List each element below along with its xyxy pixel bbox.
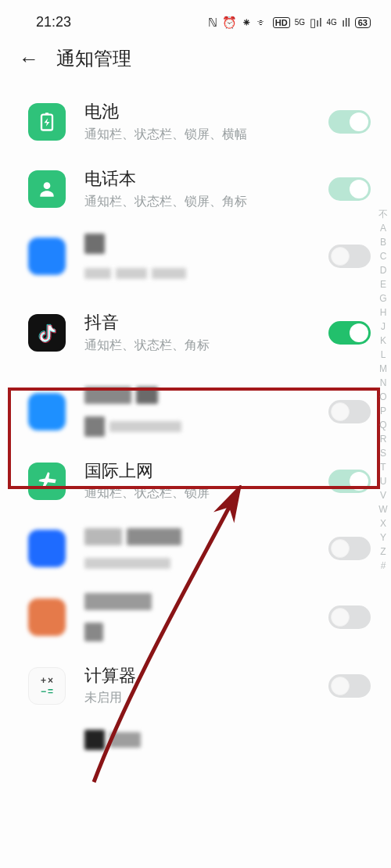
index-letter[interactable]: T: [380, 463, 386, 472]
index-letter[interactable]: N: [380, 378, 387, 388]
index-letter[interactable]: L: [381, 350, 386, 359]
blurred-app-icon: [28, 598, 66, 636]
status-icons: ℕ ⏰ ⁕ ᯤ HD 5G ▯ıl 4G ıll 63: [208, 16, 371, 30]
app-row-battery[interactable]: 电池 通知栏、状态栏、锁屏、横幅: [0, 88, 391, 155]
app-row-blurred[interactable]: [0, 582, 391, 652]
app-row-calc[interactable]: +× −= 计算器 未启用: [0, 652, 391, 720]
index-letter[interactable]: H: [380, 308, 387, 317]
toggle-blurred[interactable]: [328, 605, 371, 629]
app-desc: 未启用: [84, 690, 328, 706]
app-text: 国际上网 通知栏、状态栏、锁屏: [84, 460, 328, 502]
signal-5g-icon: 5G: [295, 18, 305, 27]
app-row-blurred[interactable]: [0, 223, 391, 290]
bluetooth-icon: ⁕: [242, 16, 252, 30]
index-letter[interactable]: C: [380, 252, 387, 261]
index-letter[interactable]: A: [380, 223, 386, 233]
index-letter[interactable]: B: [380, 238, 386, 247]
contacts-app-icon: [28, 170, 66, 208]
app-name: 电话本: [84, 168, 328, 191]
app-name: 计算器: [84, 665, 328, 688]
toggle-douyin[interactable]: [328, 321, 371, 345]
app-text-blurred: [84, 593, 328, 641]
index-letter[interactable]: X: [380, 519, 386, 528]
app-row-blurred[interactable]: [0, 720, 391, 766]
douyin-app-icon: [28, 314, 66, 352]
index-letter[interactable]: Y: [380, 533, 386, 542]
svg-rect-1: [45, 113, 49, 114]
hd-icon: HD: [273, 17, 290, 28]
signal-bars-icon-1: ▯ıl: [310, 16, 322, 30]
app-text-blurred: [84, 730, 371, 750]
toggle-blurred[interactable]: [328, 537, 371, 560]
index-letter[interactable]: 不: [378, 209, 388, 219]
app-name: 国际上网: [84, 460, 328, 483]
blurred-app-icon: [28, 238, 66, 275]
index-letter[interactable]: U: [380, 477, 387, 486]
calculator-app-icon: +× −=: [28, 667, 66, 705]
blurred-app-icon: [28, 530, 66, 567]
app-row-blurred[interactable]: [0, 376, 391, 448]
page-title: 通知管理: [56, 46, 131, 71]
app-desc: 通知栏、状态栏、锁屏: [84, 485, 328, 502]
app-text-blurred: [84, 528, 328, 569]
blurred-app-icon: [28, 393, 66, 430]
app-name: 电池: [84, 101, 328, 123]
status-time: 21:23: [36, 14, 71, 30]
index-letter[interactable]: P: [380, 406, 386, 416]
status-bar: 21:23 ℕ ⏰ ⁕ ᯤ HD 5G ▯ıl 4G ıll 63: [0, 8, 391, 41]
app-text: 电话本 通知栏、状态栏、锁屏、角标: [84, 168, 328, 210]
index-letter[interactable]: J: [381, 322, 386, 331]
index-letter[interactable]: S: [380, 448, 386, 458]
index-letter[interactable]: Z: [380, 547, 386, 556]
index-letter[interactable]: K: [380, 336, 386, 345]
index-letter[interactable]: R: [380, 434, 387, 444]
index-letter[interactable]: V: [380, 491, 386, 500]
signal-bars-icon-2: ıll: [342, 16, 350, 29]
app-list: 电池 通知栏、状态栏、锁屏、横幅 电话本 通知栏、状态栏、锁屏、角标: [0, 88, 391, 766]
index-letter[interactable]: E: [380, 280, 386, 289]
index-letter[interactable]: D: [380, 266, 387, 275]
svg-point-2: [44, 182, 51, 189]
app-text-blurred: [84, 234, 328, 279]
nfc-icon: ℕ: [208, 16, 217, 30]
index-letter[interactable]: O: [379, 392, 386, 402]
app-row-blurred[interactable]: [0, 515, 391, 582]
app-name: 抖音: [84, 312, 328, 334]
app-text-blurred: [84, 387, 328, 437]
wifi-icon: ᯤ: [256, 16, 268, 29]
battery-app-icon: [28, 103, 66, 141]
app-row-international[interactable]: 国际上网 通知栏、状态栏、锁屏: [0, 448, 391, 515]
back-button[interactable]: ←: [19, 48, 39, 69]
index-letter[interactable]: #: [381, 561, 386, 570]
app-desc: 通知栏、状态栏、锁屏、横幅: [84, 127, 328, 143]
app-text: 电池 通知栏、状态栏、锁屏、横幅: [84, 101, 328, 143]
toggle-international[interactable]: [328, 470, 371, 493]
toggle-calc[interactable]: [328, 674, 371, 698]
app-desc: 通知栏、状态栏、角标: [84, 338, 328, 354]
signal-4g-icon: 4G: [327, 18, 337, 27]
app-text: 计算器 未启用: [84, 665, 328, 707]
index-letter[interactable]: M: [379, 364, 387, 373]
alarm-icon: ⏰: [222, 16, 237, 30]
international-app-icon: [28, 463, 66, 500]
index-letter[interactable]: Q: [379, 420, 386, 430]
toggle-contacts[interactable]: [328, 177, 371, 201]
toggle-blurred[interactable]: [328, 400, 371, 423]
alphabet-index[interactable]: 不 A B C D E G H J K L M N O P Q R S T U …: [378, 209, 388, 570]
index-letter[interactable]: W: [378, 505, 387, 514]
toggle-battery[interactable]: [328, 110, 371, 134]
battery-icon: 63: [355, 17, 371, 28]
toggle-blurred[interactable]: [328, 245, 371, 268]
app-row-douyin[interactable]: 抖音 通知栏、状态栏、角标: [0, 290, 391, 376]
header: ← 通知管理: [0, 41, 391, 88]
app-text: 抖音 通知栏、状态栏、角标: [84, 312, 328, 354]
app-desc: 通知栏、状态栏、锁屏、角标: [84, 194, 328, 210]
app-row-contacts[interactable]: 电话本 通知栏、状态栏、锁屏、角标: [0, 155, 391, 223]
index-letter[interactable]: G: [379, 294, 386, 303]
